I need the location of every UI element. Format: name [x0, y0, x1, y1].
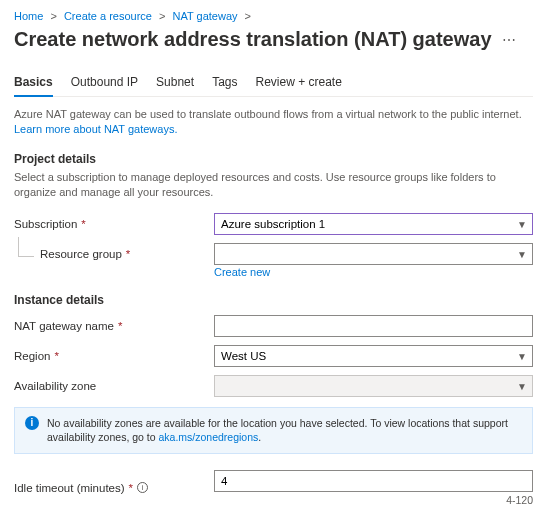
region-select[interactable] — [214, 345, 533, 367]
subscription-label: Subscription* — [14, 218, 214, 230]
tab-basics[interactable]: Basics — [14, 69, 53, 97]
tab-bar: Basics Outbound IP Subnet Tags Review + … — [14, 69, 533, 97]
resource-group-label: Resource group* — [40, 248, 130, 260]
chevron-right-icon: > — [159, 10, 165, 22]
tree-indent-icon — [18, 237, 34, 257]
tab-subnet[interactable]: Subnet — [156, 69, 194, 96]
tab-tags[interactable]: Tags — [212, 69, 237, 96]
idle-timeout-label: Idle timeout (minutes)* i — [14, 482, 214, 494]
availability-zone-select — [214, 375, 533, 397]
resource-group-select[interactable] — [214, 243, 533, 265]
tab-review-create[interactable]: Review + create — [256, 69, 342, 96]
idle-timeout-range: 4-120 — [214, 494, 533, 506]
more-menu-icon[interactable]: ⋯ — [502, 32, 516, 48]
idle-timeout-input[interactable] — [214, 470, 533, 492]
chevron-right-icon: > — [50, 10, 56, 22]
nat-gateway-name-input[interactable] — [214, 315, 533, 337]
info-banner: i No availability zones are available fo… — [14, 407, 533, 454]
intro-description: Azure NAT gateway can be used to transla… — [14, 108, 522, 120]
nat-gateway-name-label: NAT gateway name* — [14, 320, 214, 332]
region-label: Region* — [14, 350, 214, 362]
tab-outbound-ip[interactable]: Outbound IP — [71, 69, 138, 96]
breadcrumb-create-resource[interactable]: Create a resource — [64, 10, 152, 22]
breadcrumb-nat-gateway[interactable]: NAT gateway — [173, 10, 238, 22]
project-details-desc: Select a subscription to manage deployed… — [14, 170, 533, 201]
learn-more-link[interactable]: Learn more about NAT gateways. — [14, 123, 177, 135]
zoned-regions-link[interactable]: aka.ms/zonedregions — [158, 431, 258, 443]
page-title: Create network address translation (NAT)… — [14, 28, 492, 51]
info-text: No availability zones are available for … — [47, 417, 508, 444]
breadcrumb-home[interactable]: Home — [14, 10, 43, 22]
project-details-heading: Project details — [14, 152, 533, 166]
subscription-select[interactable] — [214, 213, 533, 235]
instance-details-heading: Instance details — [14, 293, 533, 307]
intro-text: Azure NAT gateway can be used to transla… — [14, 107, 533, 138]
availability-zone-label: Availability zone — [14, 380, 214, 392]
info-icon: i — [25, 416, 39, 430]
create-new-link[interactable]: Create new — [214, 266, 270, 278]
chevron-right-icon: > — [245, 10, 251, 22]
info-tooltip-icon[interactable]: i — [137, 482, 148, 493]
breadcrumb: Home > Create a resource > NAT gateway > — [14, 10, 533, 22]
